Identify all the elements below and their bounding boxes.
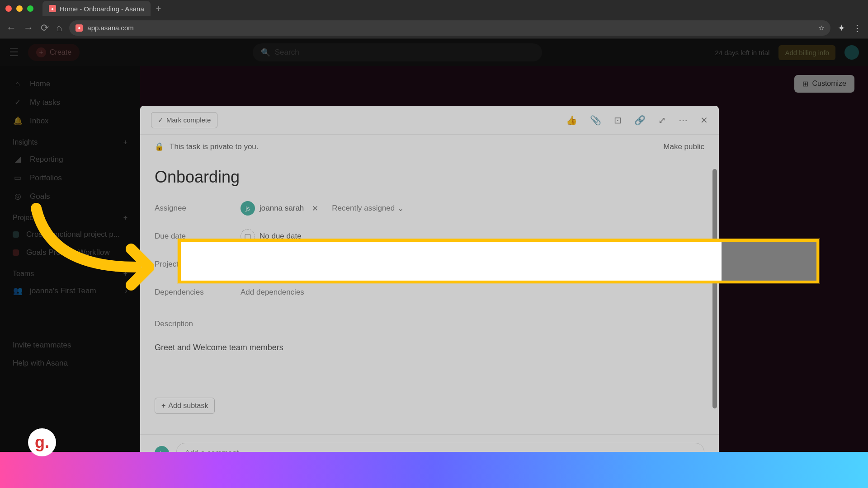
field-assignee: Assignee js joanna sarah ✕ Recently assi… (155, 199, 704, 217)
sidebar-item-label: Portfolios (30, 174, 62, 183)
bell-icon: 🔔 (13, 116, 23, 126)
plus-icon[interactable]: + (123, 138, 127, 146)
recently-assigned-dropdown[interactable]: Recently assigned ⌄ (332, 204, 404, 213)
app-header: ☰ + Create 🔍 Search 24 days left in tria… (0, 39, 868, 66)
check-icon: ✓ (13, 98, 23, 107)
search-placeholder: Search (275, 48, 299, 57)
new-tab-button[interactable]: + (156, 4, 161, 14)
task-title[interactable]: Onboarding (155, 168, 704, 187)
assignee-name: joanna sarah (259, 204, 304, 213)
field-description: Description (155, 315, 704, 333)
field-label: Dependencies (155, 288, 241, 297)
pane-actions: 👍 📎 ⊡ 🔗 ⤢ ⋯ ✕ (566, 115, 708, 126)
sidebar-item-reporting[interactable]: ◢ Reporting (0, 150, 140, 169)
sidebar-item-label: Reporting (30, 155, 63, 164)
browser-toolbar: ← → ⟳ ⌂ ● app.asana.com ☆ ✦ ⋮ (0, 17, 868, 39)
check-icon: ✓ (158, 116, 164, 124)
create-label: Create (50, 48, 71, 56)
sidebar-invite[interactable]: Invite teammates (0, 336, 140, 354)
minimize-window-button[interactable] (16, 5, 23, 12)
highlight-gray-section (722, 242, 816, 281)
lock-icon: 🔒 (155, 142, 164, 151)
sidebar-item-label: My tasks (30, 98, 60, 107)
site-favicon: ● (75, 24, 83, 32)
like-icon[interactable]: 👍 (566, 115, 577, 126)
hamburger-icon[interactable]: ☰ (9, 46, 19, 59)
expand-icon[interactable]: ⤢ (658, 115, 666, 126)
sidebar-item-label: Help with Asana (13, 359, 68, 368)
star-icon[interactable]: ☆ (818, 24, 824, 32)
url-text: app.asana.com (87, 24, 134, 32)
trial-text: 24 days left in trial (715, 49, 770, 56)
attachment-icon[interactable]: 📎 (590, 115, 601, 126)
add-subtask-button[interactable]: + Add subtask (155, 398, 215, 414)
privacy-bar: 🔒 This task is private to you. Make publ… (140, 135, 719, 159)
recently-assigned-label: Recently assigned (332, 204, 395, 213)
close-icon[interactable]: ✕ (700, 115, 708, 126)
customize-icon: ⊞ (802, 80, 808, 88)
create-button[interactable]: + Create (28, 44, 80, 61)
back-button[interactable]: ← (6, 22, 16, 34)
menu-icon[interactable]: ⋮ (853, 23, 862, 33)
sidebar-item-label: Invite teammates (13, 341, 71, 350)
scrollbar[interactable] (712, 169, 717, 408)
window-controls (5, 5, 33, 12)
extensions-icon[interactable]: ✦ (838, 23, 845, 33)
maximize-window-button[interactable] (27, 5, 33, 12)
forward-button[interactable]: → (24, 22, 33, 34)
field-label: Assignee (155, 204, 241, 213)
home-icon: ⌂ (13, 80, 23, 89)
privacy-text: This task is private to you. (170, 142, 259, 151)
folder-icon: ▭ (13, 173, 23, 183)
description-text[interactable]: Greet and Welcome team members (155, 343, 704, 352)
section-label: Insights (13, 138, 38, 146)
tutorial-highlight (178, 239, 819, 283)
bottom-gradient-bar (0, 452, 868, 488)
task-detail-pane: ✓ Mark complete 👍 📎 ⊡ 🔗 ⤢ ⋯ ✕ 🔒 This tas… (140, 106, 719, 472)
customize-button[interactable]: ⊞ Customize (794, 75, 854, 93)
pane-body: Onboarding Assignee js joanna sarah ✕ Re… (140, 159, 719, 434)
home-button[interactable]: ⌂ (56, 22, 62, 34)
make-public-button[interactable]: Make public (663, 142, 704, 151)
chart-icon: ◢ (13, 155, 23, 164)
sidebar-section-insights[interactable]: Insights + (0, 130, 140, 150)
billing-button[interactable]: Add billing info (778, 45, 835, 60)
remove-assignee-icon[interactable]: ✕ (312, 204, 318, 213)
sidebar-item-mytasks[interactable]: ✓ My tasks (0, 93, 140, 112)
field-label: Description (155, 319, 241, 328)
sidebar-item-label: Home (30, 80, 50, 89)
tutorial-arrow (18, 195, 154, 299)
subtask-icon[interactable]: ⊡ (614, 115, 622, 126)
pane-header: ✓ Mark complete 👍 📎 ⊡ 🔗 ⤢ ⋯ ✕ (140, 106, 719, 135)
user-avatar[interactable] (844, 45, 859, 60)
assignee-avatar: js (241, 201, 255, 216)
reload-button[interactable]: ⟳ (41, 22, 49, 34)
mark-complete-button[interactable]: ✓ Mark complete (151, 112, 217, 128)
plus-icon: + (36, 47, 46, 57)
sidebar-item-inbox[interactable]: 🔔 Inbox (0, 112, 140, 130)
tab-title: Home - Onboarding - Asana (60, 5, 144, 13)
sidebar-item-home[interactable]: ⌂ Home (0, 75, 140, 93)
more-icon[interactable]: ⋯ (679, 115, 688, 126)
search-bar[interactable]: 🔍 Search (253, 43, 542, 61)
mark-complete-label: Mark complete (166, 116, 211, 124)
add-subtask-label: Add subtask (168, 402, 208, 410)
sidebar-item-portfolios[interactable]: ▭ Portfolios (0, 169, 140, 187)
billing-label: Add billing info (785, 49, 829, 56)
browser-tab[interactable]: ● Home - Onboarding - Asana (42, 1, 151, 16)
address-bar[interactable]: ● app.asana.com ☆ (69, 20, 830, 36)
browser-tab-bar: ● Home - Onboarding - Asana + (0, 0, 868, 17)
chevron-down-icon: ⌄ (397, 204, 404, 213)
asana-favicon: ● (49, 5, 56, 12)
sidebar-help[interactable]: Help with Asana (0, 354, 140, 372)
link-icon[interactable]: 🔗 (634, 115, 646, 126)
close-window-button[interactable] (5, 5, 12, 12)
field-dependencies: Dependencies Add dependencies (155, 283, 704, 301)
sidebar-item-label: Inbox (30, 117, 49, 126)
search-icon: 🔍 (261, 48, 270, 57)
customize-label: Customize (812, 80, 846, 88)
assignee-value[interactable]: js joanna sarah ✕ Recently assigned ⌄ (241, 201, 404, 216)
g-badge[interactable]: g. (28, 428, 56, 456)
add-dependencies-button[interactable]: Add dependencies (241, 288, 304, 297)
plus-icon: + (161, 402, 165, 410)
